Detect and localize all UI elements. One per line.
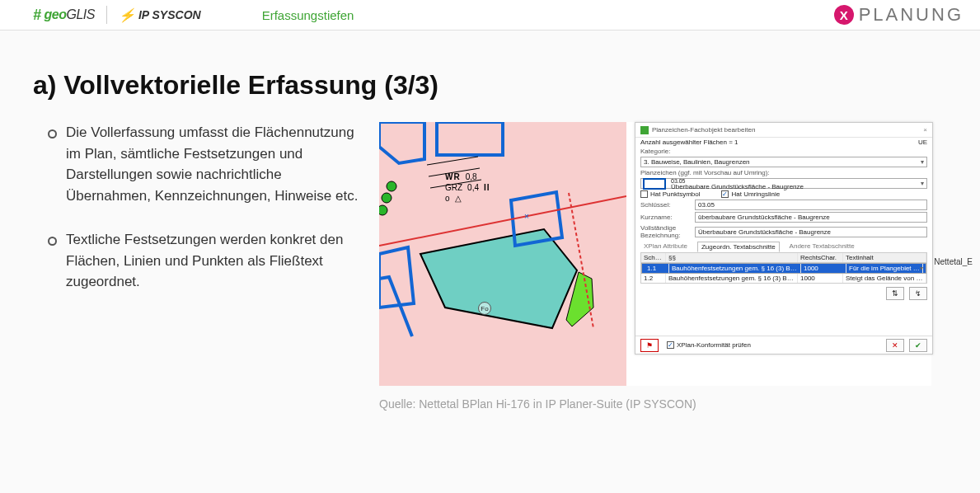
punktsymbol-checkbox[interactable]: Hat Punktsymbol	[640, 190, 700, 198]
cell-schluessel: 1.1	[645, 264, 669, 273]
checkbox-icon: ✓	[667, 341, 674, 349]
bullet-list: Die Vollerfassung umfasst die Flächennut…	[33, 122, 363, 316]
breadcrumb[interactable]: Erfassungstiefen	[262, 8, 354, 22]
col-schluessel[interactable]: Schlüssel ▲	[641, 253, 666, 262]
bolt-icon: ⚡	[119, 7, 135, 23]
brand-xplanung: X PLANUNG	[834, 4, 964, 26]
tab-andere-textabschnitte[interactable]: Andere Textabschnitte	[786, 242, 858, 252]
map-label: Nettetal_E	[934, 257, 973, 266]
umring-label: Hat Umringslinie	[731, 190, 780, 198]
dialog-tabs: XPlan Attribute Zugeordn. Textabschnitte…	[635, 240, 932, 252]
xplan-x-icon: X	[834, 5, 854, 25]
planzeichen-value: Überbaubare Grundstücksfläche - Baugrenz…	[671, 184, 804, 190]
bezeichnung-label: Vollständige Bezeichnung:	[640, 224, 692, 239]
map-wr: WR	[445, 171, 461, 182]
checkbox-icon: ✓	[721, 190, 729, 198]
kurzname-input[interactable]: überbaubare Grundstücksfläche - Baugrenz…	[695, 212, 927, 223]
map-grz-v: 0,4	[467, 182, 479, 193]
conformity-label: XPlan-Konformität prüfen	[677, 341, 751, 349]
selection-count: Anzahl ausgewählter Flächen = 1	[640, 139, 739, 146]
punktsymbol-label: Hat Punktsymbol	[650, 190, 700, 198]
cell-textinhalt: Für die im Plangebiet festgesetzten über…	[846, 264, 923, 273]
brand-geo: geo	[45, 7, 67, 21]
cancel-button[interactable]: ✕	[886, 339, 904, 352]
property-dialog: Planzeichen-Fachobjekt bearbeiten × Anza…	[635, 122, 933, 354]
brand-ipsyscon-text: IP SYSCON	[138, 8, 201, 21]
divider	[106, 6, 107, 24]
bezeichnung-input[interactable]: Überbaubare Grundstücksfläche - Baugrenz…	[695, 227, 927, 237]
table-row[interactable]: 1.2 Bauhöhenfestsetzungen gem. § 16 (3) …	[641, 274, 926, 283]
hash-icon: #	[33, 7, 41, 24]
topbar: # geoGLIS ⚡ IP SYSCON Erfassungstiefen X…	[0, 0, 980, 31]
text-sections-table: Schlüssel ▲ §§ RechtsChar. Textinhalt 1.…	[640, 252, 927, 284]
map-svg: ×	[379, 122, 626, 386]
checkbox-icon	[640, 190, 648, 198]
close-icon[interactable]: ×	[923, 126, 927, 134]
triangle-icon: △	[455, 193, 462, 204]
table-row[interactable]: 1.1 Bauhöhenfestsetzungen gem. § 16 (3) …	[641, 263, 926, 274]
svg-point-9	[387, 181, 396, 191]
cell-schluessel: 1.2	[641, 274, 666, 283]
brand-ipsyscon: ⚡ IP SYSCON	[119, 7, 201, 23]
figure-box: × WR0,8 GRZ0,4II o△ Fo Nettetal_E	[379, 122, 931, 386]
col-textinhalt[interactable]: Textinhalt	[843, 253, 926, 262]
map-fo-marker: Fo	[478, 302, 491, 315]
svg-point-10	[382, 193, 392, 203]
cell-paragraph: Bauhöhenfestsetzungen gem. § 16 (3) BauN…	[669, 264, 801, 273]
svg-text:×: ×	[524, 212, 529, 221]
cell-rechtschar: 1000	[801, 264, 846, 273]
planzeichen-select[interactable]: 03.05 Überbaubare Grundstücksfläche - Ba…	[640, 178, 927, 189]
umring-checkbox[interactable]: ✓Hat Umringslinie	[721, 190, 780, 198]
svg-point-11	[379, 205, 387, 215]
cell-rechtschar: 1000	[798, 274, 843, 283]
figure: × WR0,8 GRZ0,4II o△ Fo Nettetal_E	[379, 122, 947, 411]
col-rechtschar[interactable]: RechtsChar.	[798, 253, 843, 262]
figure-caption: Quelle: Nettetal BPlan Hi-176 in IP Plan…	[379, 397, 947, 411]
cell-paragraph: Bauhöhenfestsetzungen gem. § 16 (3) BauN…	[666, 274, 798, 283]
content-columns: Die Vollerfassung umfasst die Flächennut…	[33, 122, 947, 411]
reorder-button[interactable]: ⇅	[886, 287, 904, 300]
list-item: Die Vollerfassung umfasst die Flächennut…	[66, 122, 363, 206]
map-circ: 0,8	[466, 171, 477, 182]
schluessel-label: Schlüssel:	[640, 201, 692, 209]
cell-textinhalt: Steigt das Gelände von der öffentlichen …	[843, 274, 926, 283]
link-button[interactable]: ↯	[909, 287, 927, 300]
list-item: Textliche Festsetzungen werden konkret d…	[66, 229, 363, 293]
ue-badge: UE	[918, 139, 927, 146]
dialog-title: Planzeichen-Fachobjekt bearbeiten	[652, 126, 755, 134]
planzeichen-swatch	[643, 178, 666, 190]
ok-button[interactable]: ✔	[909, 339, 927, 352]
brand-glis: GLIS	[66, 7, 94, 21]
dialog-titlebar[interactable]: Planzeichen-Fachobjekt bearbeiten ×	[635, 123, 932, 138]
tab-zugeordn-textabschnitte[interactable]: Zugeordn. Textabschnitte	[697, 242, 780, 252]
map-annotation-box: WR0,8 GRZ0,4II o△	[445, 171, 490, 204]
slide: a) Vollvektorielle Erfassung (3/3) Die V…	[0, 31, 980, 411]
kategorie-label: Kategorie:	[640, 148, 670, 155]
map-graphic: × WR0,8 GRZ0,4II o△ Fo	[379, 122, 626, 386]
schluessel-input[interactable]: 03.05	[695, 200, 927, 210]
dialog-app-icon	[640, 126, 649, 134]
conformity-checkbox[interactable]: ✓XPlan-Konformität prüfen	[667, 341, 751, 349]
map-o: o	[445, 193, 450, 204]
map-cols: II	[484, 182, 490, 193]
map-grz-k: GRZ	[445, 182, 462, 193]
tab-xplan-attribute[interactable]: XPlan Attribute	[640, 242, 691, 252]
brand-xplan-text: PLANUNG	[859, 4, 964, 26]
kurzname-label: Kurzname:	[640, 214, 692, 221]
dialog-footer: ⚑ ✓XPlan-Konformität prüfen ✕ ✔	[635, 336, 932, 354]
page-title: a) Vollvektorielle Erfassung (3/3)	[33, 70, 947, 101]
brand-geoglis: # geoGLIS	[33, 7, 95, 24]
kategorie-select[interactable]: 3. Bauweise, Baulinien, Baugrenzen	[640, 157, 927, 167]
col-paragraph[interactable]: §§	[666, 253, 798, 262]
flag-button[interactable]: ⚑	[640, 339, 659, 352]
planzeichen-label: Planzeichen (ggf. mit Vorschau auf Umrin…	[640, 169, 770, 176]
